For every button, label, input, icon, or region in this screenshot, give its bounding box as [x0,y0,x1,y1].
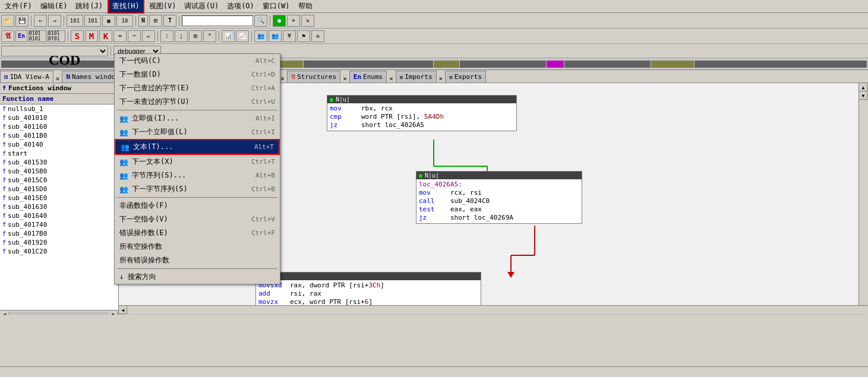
btn5[interactable]: ▦ [102,15,115,27]
dropdown-error-ops[interactable]: 错误操作数(E) Ctrl+F [115,226,280,240]
func-item-8[interactable]: f sub_4015C0 [0,176,118,185]
eq-btn[interactable]: = [113,30,127,42]
menu-edit[interactable]: 编辑(E) [37,0,71,12]
x-btn[interactable]: ✕ [301,15,314,27]
dropdown-immediate[interactable]: 👥 立即值(I)... Alt+I [115,112,280,125]
chart2-btn[interactable]: 📈 [236,30,249,42]
func-item-13[interactable]: f sub_401740 [0,220,118,229]
dropdown-next-code[interactable]: 下一代码(C) Alt+C [115,54,280,68]
dropdown-next-explored[interactable]: 下一已查过的字节(E) Ctrl+A [115,81,280,95]
search-btn[interactable]: 🔍 [254,15,267,27]
vscrollbar[interactable]: ▲ ▼ [858,83,868,305]
func-item-14[interactable]: f sub_4017B0 [0,229,118,238]
func-item-1[interactable]: f sub_401010 [0,113,118,122]
func-label-9: sub_4015D0 [8,185,47,193]
functions-panel-header: f Functions window [0,83,118,94]
func-label-2: sub_401160 [8,123,47,131]
btn3[interactable]: 101 [67,15,83,27]
dropdown-text[interactable]: 👥 文本(T)... Alt+T [115,139,280,155]
search-input[interactable] [182,15,253,26]
degree-btn[interactable]: ° [203,30,216,42]
people-btn[interactable]: 👥 [254,30,267,42]
tab-structures[interactable]: 𝔄 Structures [287,71,340,83]
wave-btn[interactable]: ~ [128,30,141,42]
special-btn[interactable]: ✣ [311,30,324,42]
dropdown-search-dir[interactable]: ↓ 搜索方向 [115,270,280,284]
k-btn[interactable]: K [99,30,112,42]
vscroll-up[interactable]: ▲ [859,83,867,91]
func-item-4[interactable]: f sub_40140 [0,140,118,149]
en-btn[interactable]: En [15,30,27,42]
tab-ida-view-a[interactable]: ⊞ IDA View-A [0,71,53,83]
hex-btn1[interactable]: 0101 0101 [29,30,46,42]
btn4[interactable]: 101 [84,15,101,27]
func-label-15: sub_401920 [8,239,47,246]
func-item-12[interactable]: f sub_401640 [0,211,118,220]
func-item-16[interactable]: f sub_401C20 [0,247,118,256]
dropdown-non-func[interactable]: 非函数指令(F) [115,199,280,213]
btn6[interactable]: 10 [116,15,133,27]
grid2-btn[interactable]: ⊞ [189,30,202,42]
dropdown-next-void[interactable]: 下一空指令(V) Ctrl+V [115,213,280,226]
dropdown-all-void[interactable]: 所有空操作数 [115,240,280,254]
functions-icon: f [2,85,6,91]
menu-jump[interactable]: 跳转(J) [72,0,106,12]
func-icon-10: f [2,195,6,201]
func-item-start[interactable]: f start [0,149,118,158]
dropdown-next-text[interactable]: 👥 下一文本(X) Ctrl+T [115,155,280,169]
tab-exports[interactable]: ⊞ Exports [445,71,486,83]
hex-btn2[interactable]: 0101 0f01 [48,30,65,42]
s-btn[interactable]: S [71,30,84,42]
chart-btn[interactable]: 📊 [222,30,235,42]
toolbar-icon-t[interactable]: T [163,15,176,27]
func-item-6[interactable]: f sub_401530 [0,158,118,167]
func-label-8: sub_4015C0 [8,176,47,184]
menu-search[interactable]: 查找(H) [108,0,144,14]
semi-btn[interactable]: ; [175,30,188,42]
func-item-11[interactable]: f sub_401630 [0,202,118,211]
menu-debugger[interactable]: 调试器(U) [181,0,222,12]
yen-btn[interactable]: ¥ [283,30,296,42]
tab-enums[interactable]: En Enums [349,71,387,83]
func-item-7[interactable]: f sub_4015B0 [0,167,118,176]
colon-btn[interactable]: : [160,30,173,42]
func-item-2[interactable]: f sub_401160 [0,122,118,131]
hscrollbar[interactable]: ◀ ▶ [119,305,868,315]
people2-btn[interactable]: 👥 [269,30,282,42]
dropdown-next-byte-seq[interactable]: 👥 下一字节序列(S) Ctrl+B [115,182,280,196]
m-btn[interactable]: M [85,30,98,42]
vscroll-down[interactable]: ▼ [859,91,867,100]
open-btn[interactable]: 📂 [1,15,14,27]
tab-imports[interactable]: ⊞ Imports [396,71,437,83]
save-btn[interactable]: 💾 [15,15,29,27]
dropdown-next-immediate[interactable]: 👥 下一个立即值(L) Ctrl+I [115,125,280,139]
menu-window[interactable]: 窗口(W) [259,0,293,12]
toolbar-icon-grid[interactable]: ⊞ [149,15,162,27]
forward-btn[interactable]: → [48,15,61,27]
hscroll-left-graph[interactable]: ◀ [119,306,127,314]
menu-help[interactable]: 帮助 [295,0,316,12]
func-item-10[interactable]: f sub_4015E0 [0,194,118,202]
hscroll-right[interactable]: ▶ [109,311,118,315]
dropdown-next-unexplored[interactable]: 下一未查过的字节(U) Ctrl+U [115,95,280,109]
func-item-9[interactable]: f sub_4015D0 [0,185,118,194]
green-btn[interactable]: ● [273,15,286,27]
menu-file[interactable]: 文件(F) [1,0,36,12]
menu-view[interactable]: 视图(V) [146,0,180,12]
dropdown-all-errors-label: 所有错误操作数 [119,255,169,265]
func-item-15[interactable]: f sub_401920 [0,238,118,247]
plus-btn[interactable]: + [287,15,300,27]
func-panel-hscroll[interactable]: ◀ ▶ [0,310,118,315]
back-btn[interactable]: ← [34,15,47,27]
flag-btn[interactable]: ⚑ [297,30,310,42]
hscroll-left[interactable]: ◀ [0,311,10,315]
toolbar-icon-n[interactable]: N [138,15,148,27]
dropdown-byte-seq[interactable]: 👥 字节序列(S)... Alt+B [115,169,280,182]
dropdown-next-data[interactable]: 下一数据(D) Ctrl+D [115,68,280,81]
dropdown-all-errors[interactable]: 所有错误操作数 [115,254,280,267]
pencil-btn[interactable]: ✏ [142,30,155,42]
asm-icon[interactable]: 𝔄 [1,30,14,42]
func-item-nullsub[interactable]: f nullsub_1 [0,104,118,113]
menu-options[interactable]: 选项(O) [223,0,258,12]
func-item-3[interactable]: f sub_4011B0 [0,131,118,140]
